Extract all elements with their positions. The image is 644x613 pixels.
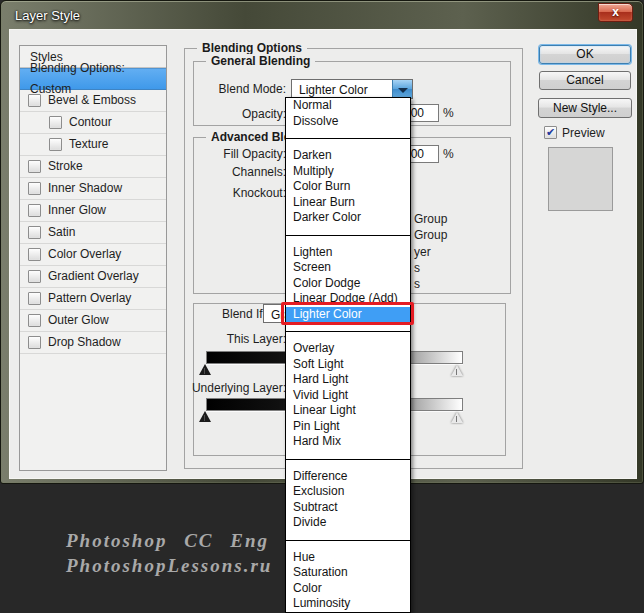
sidebar-item-label: Bevel & Emboss [48, 90, 136, 111]
preview-swatch [548, 147, 613, 211]
preview-label: Preview [562, 126, 605, 140]
cancel-button[interactable]: Cancel [539, 71, 631, 90]
watermark-line1: Photoshop CC Eng [66, 528, 272, 553]
menu-item-exclusion[interactable]: Exclusion [286, 484, 410, 500]
preview-checkbox[interactable] [544, 126, 557, 139]
menu-item-pin-light[interactable]: Pin Light [286, 419, 410, 435]
underlying-white-slider-handle[interactable] [451, 412, 463, 423]
checkbox-icon[interactable] [28, 160, 41, 173]
blend-mode-value: Lighter Color [299, 82, 368, 98]
sidebar-item-label: Satin [48, 222, 75, 243]
menu-item-color-burn[interactable]: Color Burn [286, 179, 410, 195]
checkbox-icon[interactable] [28, 248, 41, 261]
menu-item-soft-light[interactable]: Soft Light [286, 357, 410, 373]
menu-separator [286, 235, 410, 236]
sidebar-item-inner-shadow[interactable]: Inner Shadow [20, 178, 166, 200]
this-layer-label: This Layer: [159, 332, 286, 346]
menu-item-hue[interactable]: Hue [286, 550, 410, 566]
menu-item-luminosity[interactable]: Luminosity [286, 596, 410, 612]
checkbox-icon[interactable] [28, 204, 41, 217]
sidebar-item-label: Stroke [48, 156, 83, 177]
sidebar-item-inner-glow[interactable]: Inner Glow [20, 200, 166, 222]
close-button[interactable]: x [598, 3, 633, 22]
menu-item-vivid-light[interactable]: Vivid Light [286, 388, 410, 404]
sidebar-item-texture[interactable]: Texture [20, 134, 166, 156]
underlying-black-slider-handle[interactable] [199, 411, 211, 422]
menu-item-darker-color[interactable]: Darker Color [286, 210, 410, 226]
watermark: Photoshop CC Eng PhotoshopLessons.ru [66, 528, 272, 578]
menu-separator [286, 138, 410, 139]
new-style-button[interactable]: New Style... [538, 98, 632, 118]
menu-item-linear-dodge-add[interactable]: Linear Dodge (Add) [286, 291, 410, 307]
checkbox-icon[interactable] [28, 94, 41, 107]
checkbox-icon[interactable] [49, 138, 62, 151]
menu-item-lighter-color[interactable]: Lighter Color [286, 307, 410, 323]
blend-mode-select[interactable]: Lighter Color [291, 79, 413, 99]
menu-item-overlay[interactable]: Overlay [286, 341, 410, 357]
menu-item-color[interactable]: Color [286, 581, 410, 597]
menu-item-hard-light[interactable]: Hard Light [286, 372, 410, 388]
menu-item-linear-light[interactable]: Linear Light [286, 403, 410, 419]
menu-separator [286, 540, 410, 541]
styles-list: Blending Options: CustomBevel & EmbossCo… [20, 68, 166, 354]
fill-opacity-label: Fill Opacity: [159, 147, 286, 161]
menu-item-darken[interactable]: Darken [286, 148, 410, 164]
close-icon: x [599, 4, 632, 21]
menu-item-lighten[interactable]: Lighten [286, 245, 410, 261]
menu-item-hard-mix[interactable]: Hard Mix [286, 434, 410, 450]
checkbox-icon[interactable] [28, 336, 41, 349]
menu-item-saturation[interactable]: Saturation [286, 565, 410, 581]
checkbox-icon[interactable] [28, 270, 41, 283]
chevron-down-icon[interactable] [392, 80, 412, 98]
menu-item-color-dodge[interactable]: Color Dodge [286, 276, 410, 292]
sidebar-item-contour[interactable]: Contour [20, 112, 166, 134]
menu-item-normal[interactable]: Normal [286, 98, 410, 114]
sidebar-item-drop-shadow[interactable]: Drop Shadow [20, 332, 166, 354]
sidebar-item-satin[interactable]: Satin [20, 222, 166, 244]
checkbox-icon[interactable] [28, 292, 41, 305]
window-title: Layer Style [15, 8, 80, 23]
sidebar-item-pattern-overlay[interactable]: Pattern Overlay [20, 288, 166, 310]
checkbox-icon[interactable] [28, 182, 41, 195]
menu-item-difference[interactable]: Difference [286, 469, 410, 485]
knockout-label: Knockout: [159, 186, 286, 200]
checkbox-icon[interactable] [49, 116, 62, 129]
screenshot-stage: Layer Style Styles Blending Options: Cus… [0, 0, 644, 613]
label-fragment: s [414, 261, 420, 275]
sidebar-item-label: Outer Glow [48, 310, 109, 331]
fill-opacity-unit: % [443, 147, 454, 161]
general-blending-title: General Blending [206, 54, 315, 68]
sidebar-item-label: Gradient Overlay [48, 266, 139, 287]
menu-item-linear-burn[interactable]: Linear Burn [286, 195, 410, 211]
label-fragment: s [414, 277, 420, 291]
menu-item-dissolve[interactable]: Dissolve [286, 114, 410, 130]
menu-separator [286, 331, 410, 332]
panel-title: Blending Options [197, 41, 307, 55]
menu-item-screen[interactable]: Screen [286, 260, 410, 276]
label-fragment: Group [414, 212, 447, 226]
sidebar-item-label: Inner Glow [48, 200, 106, 221]
channels-label: Channels: [159, 165, 286, 179]
menu-item-subtract[interactable]: Subtract [286, 500, 410, 516]
label-fragment: Group [414, 228, 447, 242]
checkbox-icon[interactable] [28, 226, 41, 239]
blend-if-label: Blend If: [159, 307, 266, 321]
this-layer-white-slider-handle[interactable] [451, 365, 463, 376]
sidebar-item-gradient-overlay[interactable]: Gradient Overlay [20, 266, 166, 288]
sidebar-item-label: Drop Shadow [48, 332, 121, 353]
sidebar-item-label: Texture [69, 134, 108, 155]
menu-item-divide[interactable]: Divide [286, 515, 410, 531]
sidebar-item-label: Contour [69, 112, 112, 133]
sidebar-item-label: Color Overlay [48, 244, 121, 265]
ok-button[interactable]: OK [539, 45, 631, 64]
checkbox-icon[interactable] [28, 314, 41, 327]
styles-sidebar: Styles Blending Options: CustomBevel & E… [19, 45, 167, 471]
sidebar-item-blending-options-custom[interactable]: Blending Options: Custom [20, 68, 166, 90]
opacity-label: Opacity: [159, 107, 286, 121]
blend-mode-menu: NormalDissolveDarkenMultiplyColor BurnLi… [285, 97, 411, 613]
this-layer-black-slider-handle[interactable] [199, 364, 211, 375]
sidebar-item-outer-glow[interactable]: Outer Glow [20, 310, 166, 332]
menu-item-multiply[interactable]: Multiply [286, 164, 410, 180]
sidebar-item-stroke[interactable]: Stroke [20, 156, 166, 178]
sidebar-item-color-overlay[interactable]: Color Overlay [20, 244, 166, 266]
